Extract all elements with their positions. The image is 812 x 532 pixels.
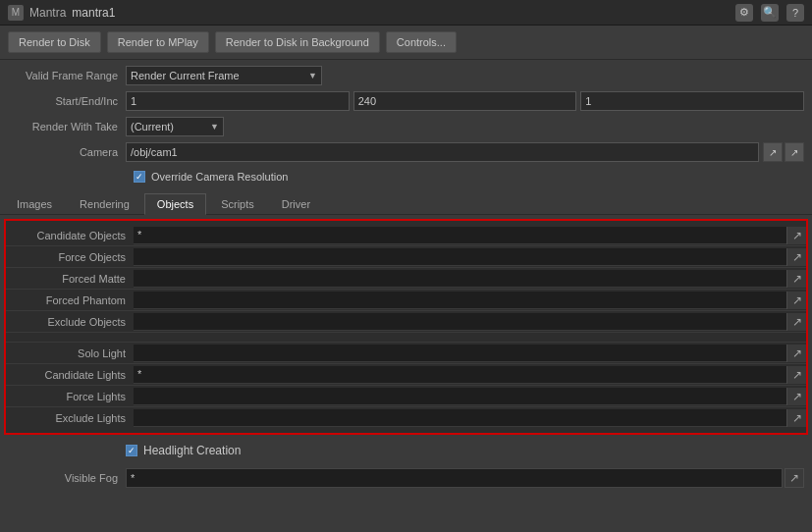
inc-input[interactable] <box>580 91 804 111</box>
frame-range-arrow-icon: ▼ <box>308 71 317 80</box>
force-lights-pick-button[interactable]: ↗ <box>786 388 806 405</box>
candidate-objects-pick-button[interactable]: ↗ <box>786 227 806 244</box>
solo-light-row: Solo Light ↗ <box>6 343 806 364</box>
title-bar-actions: ⚙ 🔍 ? <box>735 4 804 22</box>
take-row: Render With Take (Current) ▼ <box>8 115 804 138</box>
force-objects-input[interactable] <box>134 248 786 266</box>
candidate-objects-label: Candidate Objects <box>6 230 134 241</box>
forced-matte-row: Forced Matte ↗ <box>6 268 806 290</box>
candidate-lights-label: Candidate Lights <box>6 369 134 381</box>
fog-pick-button[interactable]: ↗ <box>785 468 804 488</box>
force-lights-label: Force Lights <box>6 391 134 402</box>
toolbar: Render to Disk Render to MPlay Render to… <box>0 26 812 60</box>
solo-light-label: Solo Light <box>6 347 134 359</box>
start-end-row: Start/End/Inc <box>8 89 804 113</box>
fog-label: Visible Fog <box>8 472 126 484</box>
camera-row: Camera ↗ ↗ <box>8 140 804 164</box>
frame-range-label: Valid Frame Range <box>8 70 126 81</box>
forced-matte-label: Forced Matte <box>6 273 134 285</box>
tab-driver[interactable]: Driver <box>269 193 323 214</box>
tab-images[interactable]: Images <box>4 193 65 214</box>
camera-input[interactable] <box>126 142 759 162</box>
render-to-mplay-button[interactable]: Render to MPlay <box>107 31 209 53</box>
forced-matte-pick-button[interactable]: ↗ <box>786 270 806 288</box>
exclude-lights-row: Exclude Lights ↗ <box>6 407 806 429</box>
tabs-bar: Images Rendering Objects Scripts Driver <box>0 193 812 215</box>
candidate-lights-input[interactable] <box>134 366 786 384</box>
force-objects-label: Force Objects <box>6 251 134 263</box>
override-row: ✓ Override Camera Resolution <box>8 166 804 187</box>
frame-range-value: Render Current Frame <box>131 70 308 81</box>
solo-light-pick-button[interactable]: ↗ <box>786 345 806 362</box>
force-objects-pick-button[interactable]: ↗ <box>786 248 806 266</box>
info-icon[interactable]: ? <box>786 4 804 22</box>
render-to-disk-button[interactable]: Render to Disk <box>8 31 101 53</box>
exclude-lights-input[interactable] <box>134 409 786 427</box>
app-name: Mantra <box>29 6 66 20</box>
exclude-lights-label: Exclude Lights <box>6 412 134 424</box>
override-label: Override Camera Resolution <box>151 171 288 183</box>
form-area: Valid Frame Range Render Current Frame ▼… <box>0 60 812 193</box>
take-label: Render With Take <box>8 121 126 133</box>
forced-phantom-input[interactable] <box>134 292 786 309</box>
take-select[interactable]: (Current) ▼ <box>126 117 224 136</box>
controls-button[interactable]: Controls... <box>386 31 457 53</box>
camera-pick-button[interactable]: ↗ <box>763 142 783 162</box>
take-arrow-icon: ▼ <box>210 122 219 132</box>
exclude-objects-row: Exclude Objects ↗ <box>6 311 806 333</box>
force-objects-row: Force Objects ↗ <box>6 246 806 268</box>
fog-input[interactable] <box>126 468 783 488</box>
camera-extra-button[interactable]: ↗ <box>785 142 804 162</box>
objects-panel: Candidate Objects ↗ Force Objects ↗ Forc… <box>4 219 808 435</box>
render-to-disk-bg-button[interactable]: Render to Disk in Background <box>215 31 380 53</box>
forced-matte-input[interactable] <box>134 270 786 288</box>
gear-icon[interactable]: ⚙ <box>735 4 753 22</box>
exclude-lights-pick-button[interactable]: ↗ <box>786 409 806 427</box>
window-name: mantra1 <box>72 6 115 20</box>
forced-phantom-pick-button[interactable]: ↗ <box>786 292 806 309</box>
forced-phantom-row: Forced Phantom ↗ <box>6 290 806 311</box>
exclude-objects-input[interactable] <box>134 313 786 331</box>
exclude-objects-pick-button[interactable]: ↗ <box>786 313 806 331</box>
tab-rendering[interactable]: Rendering <box>67 193 142 214</box>
objects-separator <box>6 333 806 343</box>
take-value: (Current) <box>131 121 210 133</box>
solo-light-input[interactable] <box>134 345 786 362</box>
forced-phantom-label: Forced Phantom <box>6 294 134 306</box>
camera-buttons: ↗ ↗ <box>763 142 804 162</box>
force-lights-row: Force Lights ↗ <box>6 386 806 407</box>
force-lights-input[interactable] <box>134 388 786 405</box>
app-icon: M <box>8 5 24 21</box>
title-bar: M Mantra mantra1 ⚙ 🔍 ? <box>0 0 812 26</box>
search-icon[interactable]: 🔍 <box>761 4 779 22</box>
start-input[interactable] <box>126 91 350 111</box>
headlight-label: Headlight Creation <box>143 444 241 457</box>
start-end-label: Start/End/Inc <box>8 95 126 107</box>
end-input[interactable] <box>353 91 577 111</box>
start-end-inputs <box>126 91 804 111</box>
exclude-objects-label: Exclude Objects <box>6 316 134 328</box>
camera-label: Camera <box>8 146 126 158</box>
frame-range-select[interactable]: Render Current Frame ▼ <box>126 66 322 85</box>
candidate-lights-pick-button[interactable]: ↗ <box>786 366 806 384</box>
tab-objects[interactable]: Objects <box>144 193 206 215</box>
fog-row: Visible Fog ↗ <box>0 466 812 490</box>
headlight-row: ✓ Headlight Creation <box>0 439 812 462</box>
override-checkbox[interactable]: ✓ <box>134 171 145 183</box>
headlight-checkbox[interactable]: ✓ <box>126 445 137 456</box>
candidate-lights-row: Candidate Lights ↗ <box>6 364 806 386</box>
frame-range-row: Valid Frame Range Render Current Frame ▼ <box>8 64 804 87</box>
candidate-objects-input[interactable] <box>134 227 786 244</box>
candidate-objects-row: Candidate Objects ↗ <box>6 225 806 246</box>
tab-scripts[interactable]: Scripts <box>208 193 267 214</box>
